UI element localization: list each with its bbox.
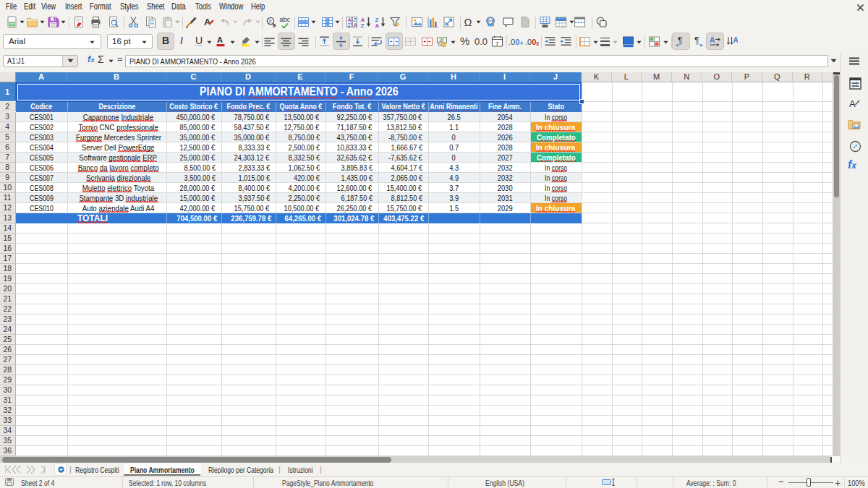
svg-text:abc: abc	[280, 16, 291, 23]
svg-text:A: A	[849, 98, 856, 109]
svg-text:¶: ¶	[678, 35, 682, 46]
svg-text:A: A	[375, 22, 379, 28]
svg-text:Z: Z	[360, 22, 364, 28]
svg-text:A: A	[710, 36, 715, 44]
svg-text:A: A	[204, 17, 211, 27]
svg-text:A: A	[353, 22, 357, 27]
svg-text:Z: Z	[353, 17, 357, 22]
svg-text:Z: Z	[347, 22, 351, 27]
svg-text:d: d	[273, 23, 276, 28]
svg-text:¶: ¶	[694, 35, 699, 46]
svg-text:A: A	[217, 35, 223, 44]
svg-text:A: A	[347, 17, 351, 22]
svg-text:7: 7	[495, 40, 499, 47]
svg-text:A: A	[733, 36, 739, 44]
svg-text:Ω: Ω	[464, 17, 472, 28]
svg-text:a: a	[269, 18, 272, 23]
